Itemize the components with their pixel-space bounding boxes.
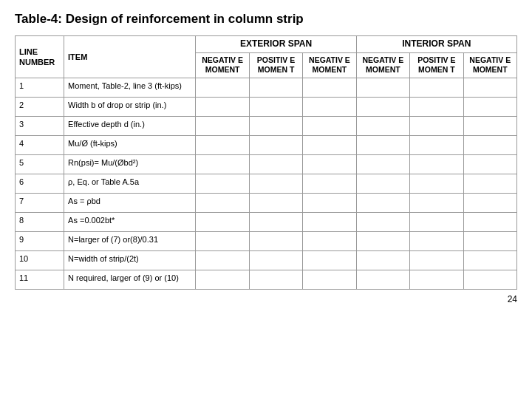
data-cell [196,154,249,174]
int-neg2-header: NEGATIV E MOMENT [463,52,516,78]
page-number: 24 [15,294,517,304]
data-cell [303,270,356,289]
data-cell [463,250,516,270]
page-title: Table-4: Design of reinforcement in colu… [15,12,517,27]
data-cell [196,193,249,212]
data-cell [196,78,249,97]
data-cell [356,193,409,212]
main-table: LINE NUMBER ITEM EXTERIOR SPAN INTERIOR … [15,35,517,290]
data-cell [303,174,356,193]
data-cell [410,78,463,97]
data-cell [463,212,516,231]
row-line-number: 1 [16,78,64,97]
row-item: N=width of strip/(2t) [64,250,196,270]
row-item: Width b of drop or strip (in.) [64,97,196,116]
item-header: ITEM [64,36,196,78]
data-cell [410,97,463,116]
data-cell [249,154,302,174]
row-line-number: 9 [16,231,64,250]
data-cell [356,135,409,154]
row-line-number: 6 [16,174,64,193]
exterior-span-header: EXTERIOR SPAN [196,36,356,53]
data-cell [410,270,463,289]
data-cell [249,135,302,154]
table-row: 4Mu/Ø (ft-kips) [16,135,517,154]
data-cell [303,154,356,174]
interior-span-header: INTERIOR SPAN [356,36,516,53]
table-row: 6ρ, Eq. or Table A.5a [16,174,517,193]
data-cell [196,212,249,231]
data-cell [356,250,409,270]
data-cell [303,116,356,135]
data-cell [196,116,249,135]
row-line-number: 8 [16,212,64,231]
row-item: Mu/Ø (ft-kips) [64,135,196,154]
data-cell [356,97,409,116]
data-cell [410,154,463,174]
data-cell [196,97,249,116]
row-item: ρ, Eq. or Table A.5a [64,174,196,193]
row-item: N required, larger of (9) or (10) [64,270,196,289]
data-cell [303,193,356,212]
data-cell [249,193,302,212]
data-cell [463,231,516,250]
data-cell [410,250,463,270]
table-row: 8As =0.002bt* [16,212,517,231]
table-row: 9N=larger of (7) or(8)/0.31 [16,231,517,250]
data-cell [356,231,409,250]
table-row: 2Width b of drop or strip (in.) [16,97,517,116]
data-cell [249,212,302,231]
data-cell [410,193,463,212]
data-cell [303,135,356,154]
data-cell [463,193,516,212]
row-item: N=larger of (7) or(8)/0.31 [64,231,196,250]
data-cell [463,270,516,289]
data-cell [196,231,249,250]
data-cell [303,97,356,116]
table-row: 1Moment, Table-2, line 3 (ft-kips) [16,78,517,97]
data-cell [249,250,302,270]
row-line-number: 5 [16,154,64,174]
data-cell [463,97,516,116]
data-cell [356,174,409,193]
data-cell [410,135,463,154]
data-cell [196,270,249,289]
data-cell [463,78,516,97]
data-cell [249,97,302,116]
ext-neg2-header: NEGATIV E MOMENT [303,52,356,78]
data-cell [303,250,356,270]
row-item: As =0.002bt* [64,212,196,231]
data-cell [196,135,249,154]
ext-pos-header: POSITIV E MOMEN T [249,52,302,78]
data-cell [249,174,302,193]
data-cell [356,78,409,97]
table-row: 11N required, larger of (9) or (10) [16,270,517,289]
ext-neg-header: NEGATIV E MOMENT [196,52,249,78]
data-cell [356,154,409,174]
row-line-number: 2 [16,97,64,116]
table-row: 7As = ρbd [16,193,517,212]
data-cell [303,231,356,250]
data-cell [196,174,249,193]
row-item: Rn(psi)= Mu/(Øbd²) [64,154,196,174]
data-cell [410,116,463,135]
row-item: Moment, Table-2, line 3 (ft-kips) [64,78,196,97]
data-cell [303,212,356,231]
data-cell [196,250,249,270]
data-cell [410,231,463,250]
table-row: 10N=width of strip/(2t) [16,250,517,270]
data-cell [356,212,409,231]
row-item: As = ρbd [64,193,196,212]
int-neg-header: NEGATIV E MOMENT [356,52,409,78]
row-line-number: 4 [16,135,64,154]
data-cell [356,270,409,289]
row-item: Effective depth d (in.) [64,116,196,135]
data-cell [463,116,516,135]
int-pos-header: POSITIV E MOMEN T [410,52,463,78]
data-cell [249,270,302,289]
data-cell [356,116,409,135]
data-cell [249,116,302,135]
data-cell [410,212,463,231]
row-line-number: 10 [16,250,64,270]
data-cell [249,231,302,250]
